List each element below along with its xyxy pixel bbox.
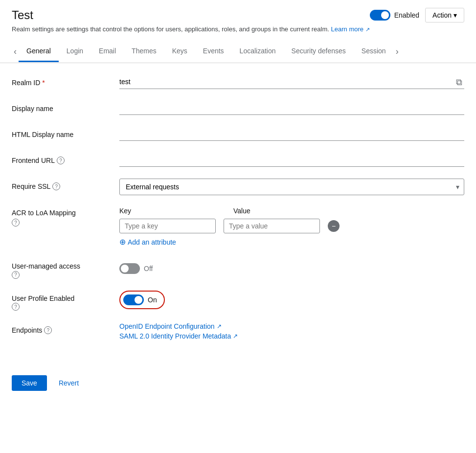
saml-external-icon: ↗: [233, 333, 238, 340]
action-button[interactable]: Action ▾: [425, 8, 464, 23]
tab-localization[interactable]: Localization: [232, 41, 284, 62]
user-managed-toggle-wrapper: Off: [119, 263, 153, 274]
acr-mapping-help-icon[interactable]: ?: [12, 219, 20, 226]
minus-icon: −: [332, 222, 336, 230]
user-profile-enabled-help-icon[interactable]: ?: [12, 303, 20, 311]
user-managed-access-toggle[interactable]: [119, 263, 140, 274]
add-attribute-button[interactable]: ⊕ Add an attribute: [119, 237, 176, 247]
user-profile-on-label: On: [148, 296, 157, 304]
html-display-name-label: HTML Display name: [12, 127, 119, 138]
tabs-next-button[interactable]: ›: [394, 41, 401, 63]
page-subtitle: Realm settings are settings that control…: [12, 25, 464, 33]
acr-key-header: Key: [119, 207, 226, 215]
user-profile-enabled-toggle[interactable]: [123, 294, 144, 305]
user-profile-toggle-section: On: [119, 291, 165, 309]
frontend-url-row: Frontend URL ?: [12, 153, 464, 167]
saml-endpoint-link[interactable]: SAML 2.0 Identity Provider Metadata ↗: [119, 332, 238, 340]
action-chevron-icon: ▾: [453, 11, 457, 19]
endpoints-label: Endpoints ?: [12, 322, 119, 334]
revert-button[interactable]: Revert: [53, 375, 85, 391]
required-indicator: *: [42, 79, 45, 87]
realm-id-field-wrapper: ⧉: [119, 75, 464, 89]
copy-icon[interactable]: ⧉: [456, 77, 462, 87]
frontend-url-label: Frontend URL ?: [12, 153, 119, 164]
enabled-toggle[interactable]: [370, 10, 390, 21]
display-name-row: Display name: [12, 101, 464, 115]
page-header: Test Enabled Action ▾ Realm settings are…: [0, 0, 476, 37]
acr-value-input[interactable]: [224, 219, 320, 233]
acr-mapping-label: ACR to LoA Mapping ?: [12, 207, 119, 226]
add-attr-plus-icon: ⊕: [119, 237, 126, 247]
tab-email[interactable]: Email: [91, 41, 124, 62]
frontend-url-input[interactable]: [119, 153, 464, 167]
openid-endpoint-link[interactable]: OpenID Endpoint Configuration ↗: [119, 322, 238, 330]
endpoints-links-wrapper: OpenID Endpoint Configuration ↗ SAML 2.0…: [119, 322, 238, 340]
tab-login[interactable]: Login: [59, 41, 91, 62]
enabled-label: Enabled: [394, 11, 419, 19]
user-profile-highlight: On: [119, 291, 165, 309]
acr-value-header: Value: [233, 207, 340, 215]
user-profile-enabled-label-wrapper: User Profile Enabled ?: [12, 291, 119, 311]
acr-mapping-row: ACR to LoA Mapping ? Key Value −: [12, 207, 464, 247]
acr-col-headers: Key Value: [119, 207, 340, 215]
require-ssl-select[interactable]: None External requests All requests: [119, 179, 464, 195]
display-name-label: Display name: [12, 101, 119, 113]
display-name-input[interactable]: [119, 101, 464, 115]
tab-themes[interactable]: Themes: [124, 41, 164, 62]
tab-events[interactable]: Events: [195, 41, 232, 62]
footer-buttons: Save Revert: [0, 367, 476, 399]
require-ssl-label: Require SSL ?: [12, 179, 119, 190]
form-content: Realm ID * ⧉ Display name HTML Display n…: [0, 63, 476, 363]
realm-id-row: Realm ID * ⧉: [12, 75, 464, 89]
openid-external-icon: ↗: [217, 323, 222, 330]
html-display-name-field-wrapper: [119, 127, 464, 141]
html-display-name-input[interactable]: [119, 127, 464, 141]
acr-mapping-row-input: −: [119, 219, 340, 233]
tab-session[interactable]: Session: [354, 41, 394, 62]
tabs-prev-button[interactable]: ‹: [12, 41, 19, 63]
enabled-toggle-wrapper: Enabled: [370, 10, 419, 21]
require-ssl-field-wrapper: None External requests All requests ▾: [119, 179, 464, 195]
realm-id-input[interactable]: [119, 75, 464, 89]
endpoints-row: Endpoints ? OpenID Endpoint Configuratio…: [12, 322, 464, 340]
learn-more-link[interactable]: Learn more ↗: [331, 25, 370, 33]
user-managed-access-help-icon[interactable]: ?: [12, 271, 20, 279]
save-button[interactable]: Save: [12, 375, 47, 391]
tab-general[interactable]: General: [19, 41, 59, 62]
tabs-bar: ‹ General Login Email Themes Keys Events…: [0, 41, 476, 63]
acr-mapping-control: Key Value − ⊕ Add an attribute: [119, 207, 340, 247]
action-label: Action: [432, 11, 452, 19]
tab-keys[interactable]: Keys: [164, 41, 195, 62]
page-title: Test: [12, 8, 364, 22]
frontend-url-field-wrapper: [119, 153, 464, 167]
require-ssl-row: Require SSL ? None External requests All…: [12, 179, 464, 195]
endpoints-help-icon[interactable]: ?: [44, 326, 52, 334]
tab-security-defenses[interactable]: Security defenses: [284, 41, 354, 62]
frontend-url-help-icon[interactable]: ?: [57, 157, 65, 164]
html-display-name-row: HTML Display name: [12, 127, 464, 141]
external-link-icon: ↗: [365, 26, 370, 32]
user-managed-access-row: User-managed access ? Off: [12, 258, 464, 279]
user-profile-enabled-row: User Profile Enabled ? On: [12, 291, 464, 311]
acr-remove-button[interactable]: −: [328, 220, 340, 232]
display-name-field-wrapper: [119, 101, 464, 115]
user-managed-off-label: Off: [144, 265, 153, 272]
user-managed-access-label: User-managed access ?: [12, 258, 119, 279]
require-ssl-help-icon[interactable]: ?: [52, 182, 60, 190]
acr-key-input[interactable]: [119, 219, 216, 233]
user-profile-enabled-label: User Profile Enabled: [12, 294, 74, 302]
realm-id-label: Realm ID *: [12, 75, 119, 87]
